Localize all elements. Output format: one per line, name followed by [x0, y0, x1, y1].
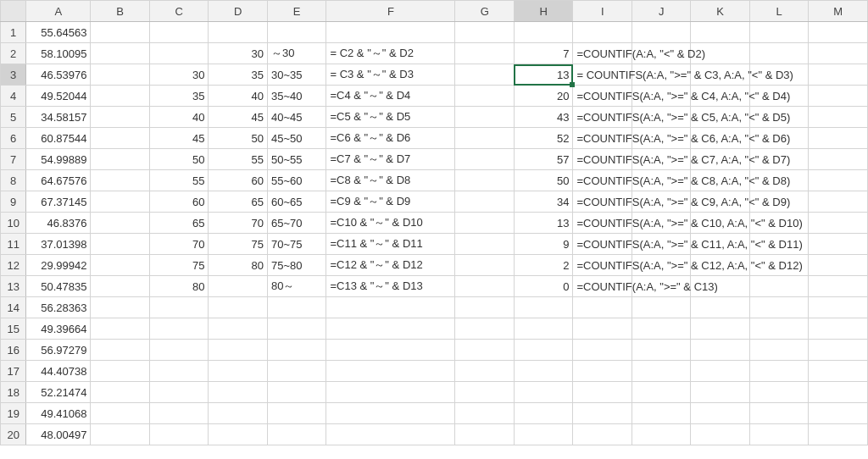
- cell-I13[interactable]: =COUNTIF(A:A, ">=" & C13): [573, 276, 632, 297]
- cell-D1[interactable]: [209, 22, 268, 43]
- cell-C13[interactable]: 80: [149, 276, 209, 297]
- cell-L20[interactable]: [749, 424, 809, 445]
- cell-E20[interactable]: [267, 424, 326, 445]
- cell-B1[interactable]: [91, 22, 150, 43]
- cell-H3[interactable]: 13: [514, 64, 573, 86]
- cell-I19[interactable]: [573, 403, 632, 424]
- cell-E9[interactable]: 60~65: [267, 191, 326, 213]
- cell-K15[interactable]: [691, 318, 750, 340]
- row-header[interactable]: 7: [1, 149, 26, 170]
- cell-L19[interactable]: [749, 403, 809, 424]
- cell-A15[interactable]: 49.39664: [26, 318, 91, 340]
- cell-E6[interactable]: 45~50: [267, 128, 326, 149]
- cell-D7[interactable]: 55: [209, 149, 268, 170]
- cell-I2[interactable]: =COUNTIF(A:A, "<" & D2): [573, 43, 632, 64]
- cell-I20[interactable]: [573, 424, 632, 445]
- cell-G16[interactable]: [455, 340, 515, 361]
- cell-B16[interactable]: [91, 340, 150, 361]
- cell-A4[interactable]: 49.52044: [26, 86, 91, 107]
- cell-A18[interactable]: 52.21474: [26, 382, 91, 403]
- cell-E1[interactable]: [267, 22, 326, 43]
- row-header[interactable]: 2: [1, 43, 26, 64]
- cell-A9[interactable]: 67.37145: [26, 191, 91, 213]
- cell-A10[interactable]: 46.8376: [26, 213, 91, 234]
- cell-E4[interactable]: 35~40: [267, 86, 326, 107]
- row-header[interactable]: 4: [1, 86, 26, 107]
- cell-G3[interactable]: [455, 64, 515, 86]
- cell-L13[interactable]: [749, 276, 809, 297]
- col-header-F[interactable]: F: [326, 1, 455, 22]
- cell-H11[interactable]: 9: [514, 234, 573, 255]
- cell-E13[interactable]: 80～: [267, 276, 326, 297]
- cell-E14[interactable]: [267, 297, 326, 318]
- cell-H17[interactable]: [514, 361, 573, 382]
- cell-B2[interactable]: [91, 43, 150, 64]
- cell-B19[interactable]: [91, 403, 150, 424]
- cell-F1[interactable]: [326, 22, 455, 43]
- cell-I10[interactable]: =COUNTIFS(A:A, ">=" & C10, A:A, "<" & D1…: [573, 213, 632, 234]
- row-header[interactable]: 8: [1, 170, 26, 191]
- cell-G13[interactable]: [455, 276, 515, 297]
- cell-F5[interactable]: =C5 & "～" & D5: [326, 107, 455, 128]
- cell-E8[interactable]: 55~60: [267, 170, 326, 191]
- cell-G15[interactable]: [455, 318, 515, 340]
- cell-K17[interactable]: [691, 361, 750, 382]
- cell-G1[interactable]: [455, 22, 515, 43]
- cell-A17[interactable]: 44.40738: [26, 361, 91, 382]
- cell-D5[interactable]: 45: [209, 107, 268, 128]
- cell-G9[interactable]: [455, 191, 515, 213]
- cell-M4[interactable]: [809, 86, 868, 107]
- col-header-G[interactable]: G: [455, 1, 515, 22]
- spreadsheet-grid[interactable]: A B C D E F G H I J K L M 155.64563258.1…: [0, 0, 868, 445]
- cell-D17[interactable]: [209, 361, 268, 382]
- cell-J20[interactable]: [632, 424, 691, 445]
- cell-F19[interactable]: [326, 403, 455, 424]
- cell-H16[interactable]: [514, 340, 573, 361]
- cell-D9[interactable]: 65: [209, 191, 268, 213]
- col-header-K[interactable]: K: [691, 1, 750, 22]
- cell-H12[interactable]: 2: [514, 255, 573, 276]
- row-header[interactable]: 16: [1, 340, 26, 361]
- cell-C19[interactable]: [149, 403, 209, 424]
- cell-B15[interactable]: [91, 318, 150, 340]
- cell-E7[interactable]: 50~55: [267, 149, 326, 170]
- cell-A13[interactable]: 50.47835: [26, 276, 91, 297]
- cell-H13[interactable]: 0: [514, 276, 573, 297]
- cell-B10[interactable]: [91, 213, 150, 234]
- cell-D14[interactable]: [209, 297, 268, 318]
- cell-I8[interactable]: =COUNTIFS(A:A, ">=" & C8, A:A, "<" & D8): [573, 170, 632, 191]
- row-header[interactable]: 20: [1, 424, 26, 445]
- cell-A20[interactable]: 48.00497: [26, 424, 91, 445]
- cell-G7[interactable]: [455, 149, 515, 170]
- cell-F11[interactable]: =C11 & "～" & D11: [326, 234, 455, 255]
- col-header-C[interactable]: C: [149, 1, 209, 22]
- cell-D16[interactable]: [209, 340, 268, 361]
- cell-C10[interactable]: 65: [149, 213, 209, 234]
- cell-M5[interactable]: [809, 107, 868, 128]
- cell-G14[interactable]: [455, 297, 515, 318]
- cell-G20[interactable]: [455, 424, 515, 445]
- cell-F7[interactable]: =C7 & "～" & D7: [326, 149, 455, 170]
- row-header[interactable]: 12: [1, 255, 26, 276]
- cell-G18[interactable]: [455, 382, 515, 403]
- cell-G19[interactable]: [455, 403, 515, 424]
- cell-G4[interactable]: [455, 86, 515, 107]
- cell-I16[interactable]: [573, 340, 632, 361]
- cell-A2[interactable]: 58.10095: [26, 43, 91, 64]
- cell-L18[interactable]: [749, 382, 809, 403]
- cell-J18[interactable]: [632, 382, 691, 403]
- cell-D18[interactable]: [209, 382, 268, 403]
- cell-D2[interactable]: 30: [209, 43, 268, 64]
- cell-H7[interactable]: 57: [514, 149, 573, 170]
- cell-H14[interactable]: [514, 297, 573, 318]
- cell-M9[interactable]: [809, 191, 868, 213]
- cell-H20[interactable]: [514, 424, 573, 445]
- cell-A7[interactable]: 54.99889: [26, 149, 91, 170]
- cell-C17[interactable]: [149, 361, 209, 382]
- cell-I12[interactable]: =COUNTIFS(A:A, ">=" & C12, A:A, "<" & D1…: [573, 255, 632, 276]
- cell-I7[interactable]: =COUNTIFS(A:A, ">=" & C7, A:A, "<" & D7): [573, 149, 632, 170]
- cell-D11[interactable]: 75: [209, 234, 268, 255]
- cell-H1[interactable]: [514, 22, 573, 43]
- cell-D4[interactable]: 40: [209, 86, 268, 107]
- cell-F8[interactable]: =C8 & "～" & D8: [326, 170, 455, 191]
